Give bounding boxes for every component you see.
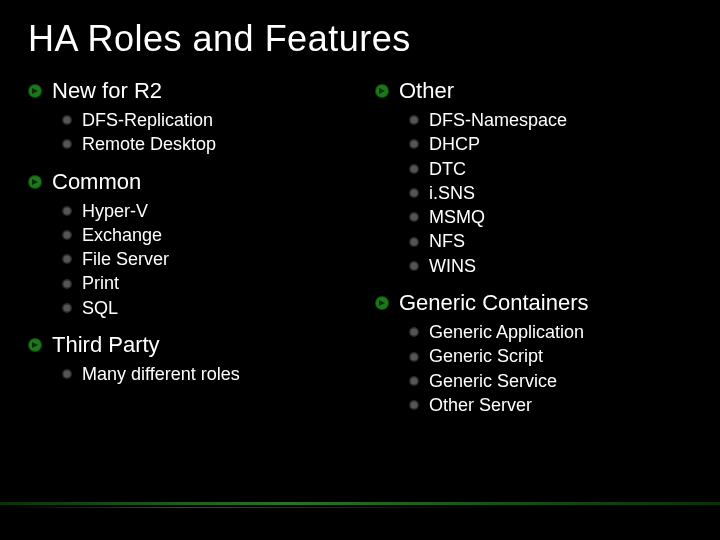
item-label: Generic Application xyxy=(429,320,584,344)
section-heading: Generic Containers xyxy=(375,290,692,316)
svg-point-43 xyxy=(411,353,418,360)
slide: HA Roles and Features New for R2 DFS-Rep… xyxy=(0,0,720,540)
dot-icon xyxy=(409,164,419,174)
section-heading-label: Other xyxy=(399,78,454,104)
item-label: Remote Desktop xyxy=(82,132,216,156)
item-list: Many different roles xyxy=(28,362,345,386)
svg-point-5 xyxy=(64,141,71,148)
item-label: Hyper-V xyxy=(82,199,148,223)
divider xyxy=(0,502,720,512)
list-item: WINS xyxy=(409,254,692,278)
item-list: DFS-Replication Remote Desktop xyxy=(28,108,345,157)
dot-icon xyxy=(409,139,419,149)
item-label: Exchange xyxy=(82,223,162,247)
dot-icon xyxy=(62,115,72,125)
svg-point-47 xyxy=(411,402,418,409)
svg-point-45 xyxy=(411,377,418,384)
arrow-bullet-icon xyxy=(28,338,42,352)
list-item: MSMQ xyxy=(409,205,692,229)
right-column: Other DFS-Namespace DHCP DTC i.SNS MSMQ … xyxy=(375,78,692,429)
svg-point-21 xyxy=(64,371,71,378)
dot-icon xyxy=(62,206,72,216)
list-item: Hyper-V xyxy=(62,199,345,223)
arrow-bullet-icon xyxy=(375,296,389,310)
list-item: i.SNS xyxy=(409,181,692,205)
dot-icon xyxy=(409,261,419,271)
dot-icon xyxy=(409,237,419,247)
section-heading-label: Third Party xyxy=(52,332,160,358)
svg-point-25 xyxy=(411,117,418,124)
section-other: Other DFS-Namespace DHCP DTC i.SNS MSMQ … xyxy=(375,78,692,278)
svg-point-33 xyxy=(411,214,418,221)
list-item: File Server xyxy=(62,247,345,271)
dot-icon xyxy=(62,369,72,379)
svg-point-11 xyxy=(64,232,71,239)
item-label: NFS xyxy=(429,229,465,253)
item-list: DFS-Namespace DHCP DTC i.SNS MSMQ NFS WI… xyxy=(375,108,692,278)
dot-icon xyxy=(409,212,419,222)
section-third-party: Third Party Many different roles xyxy=(28,332,345,386)
list-item: Generic Script xyxy=(409,344,692,368)
svg-point-3 xyxy=(64,117,71,124)
svg-point-15 xyxy=(64,280,71,287)
item-label: DHCP xyxy=(429,132,480,156)
list-item: Exchange xyxy=(62,223,345,247)
item-list: Generic Application Generic Script Gener… xyxy=(375,320,692,417)
svg-point-27 xyxy=(411,141,418,148)
item-label: SQL xyxy=(82,296,118,320)
item-label: DTC xyxy=(429,157,466,181)
item-label: Print xyxy=(82,271,119,295)
list-item: Generic Service xyxy=(409,369,692,393)
list-item: DFS-Replication xyxy=(62,108,345,132)
section-heading-label: Generic Containers xyxy=(399,290,589,316)
list-item: NFS xyxy=(409,229,692,253)
svg-point-17 xyxy=(64,304,71,311)
svg-point-13 xyxy=(64,256,71,263)
list-item: DHCP xyxy=(409,132,692,156)
arrow-bullet-icon xyxy=(28,175,42,189)
dot-icon xyxy=(62,279,72,289)
item-list: Hyper-V Exchange File Server Print SQL xyxy=(28,199,345,320)
dot-icon xyxy=(62,254,72,264)
list-item: Remote Desktop xyxy=(62,132,345,156)
section-heading: Third Party xyxy=(28,332,345,358)
item-label: Generic Service xyxy=(429,369,557,393)
section-heading: Common xyxy=(28,169,345,195)
item-label: Many different roles xyxy=(82,362,240,386)
section-heading: Other xyxy=(375,78,692,104)
section-generic-containers: Generic Containers Generic Application G… xyxy=(375,290,692,417)
list-item: Many different roles xyxy=(62,362,345,386)
dot-icon xyxy=(62,230,72,240)
svg-point-29 xyxy=(411,165,418,172)
section-heading: New for R2 xyxy=(28,78,345,104)
section-heading-label: New for R2 xyxy=(52,78,162,104)
item-label: i.SNS xyxy=(429,181,475,205)
item-label: WINS xyxy=(429,254,476,278)
dot-icon xyxy=(409,115,419,125)
item-label: MSMQ xyxy=(429,205,485,229)
list-item: Print xyxy=(62,271,345,295)
dot-icon xyxy=(409,188,419,198)
item-label: Other Server xyxy=(429,393,532,417)
dot-icon xyxy=(409,327,419,337)
section-new-for-r2: New for R2 DFS-Replication Remote Deskto… xyxy=(28,78,345,157)
section-common: Common Hyper-V Exchange File Server Prin… xyxy=(28,169,345,320)
list-item: Other Server xyxy=(409,393,692,417)
dot-icon xyxy=(409,352,419,362)
list-item: DTC xyxy=(409,157,692,181)
dot-icon xyxy=(409,376,419,386)
list-item: DFS-Namespace xyxy=(409,108,692,132)
dot-icon xyxy=(62,303,72,313)
svg-point-31 xyxy=(411,190,418,197)
svg-point-35 xyxy=(411,238,418,245)
item-label: DFS-Namespace xyxy=(429,108,567,132)
item-label: DFS-Replication xyxy=(82,108,213,132)
content-columns: New for R2 DFS-Replication Remote Deskto… xyxy=(28,78,692,429)
section-heading-label: Common xyxy=(52,169,141,195)
svg-point-41 xyxy=(411,329,418,336)
left-column: New for R2 DFS-Replication Remote Deskto… xyxy=(28,78,345,429)
svg-point-37 xyxy=(411,262,418,269)
svg-point-9 xyxy=(64,207,71,214)
page-title: HA Roles and Features xyxy=(28,18,692,60)
arrow-bullet-icon xyxy=(28,84,42,98)
